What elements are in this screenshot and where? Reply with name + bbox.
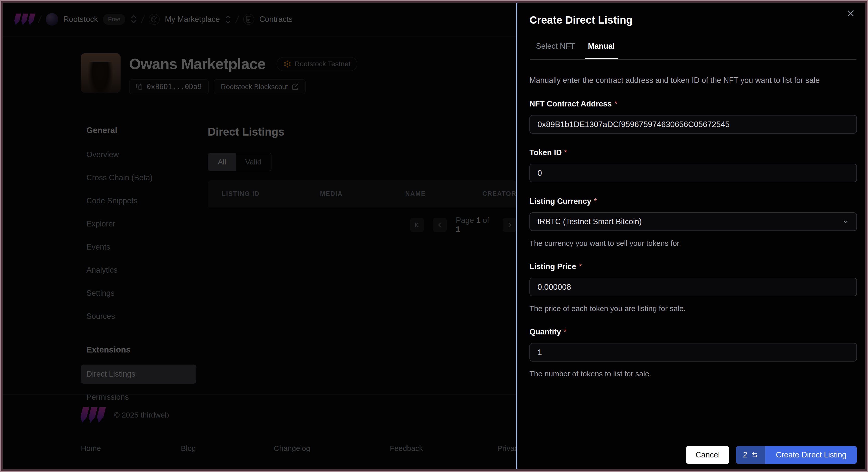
required-asterisk: *	[614, 99, 617, 108]
listing-price-label: Listing Price*	[529, 262, 857, 271]
contract-address-label: NFT Contract Address*	[529, 99, 857, 108]
network-switch-button[interactable]: 2	[736, 446, 765, 464]
listing-currency-select[interactable]: tRBTC (Testnet Smart Bitcoin)	[529, 212, 857, 231]
quantity-input[interactable]	[529, 343, 857, 361]
drawer-tabs: Select NFT Manual	[529, 42, 857, 59]
quantity-label: Quantity*	[529, 327, 857, 337]
required-asterisk: *	[579, 262, 582, 271]
listing-currency-label: Listing Currency*	[529, 197, 857, 206]
submit-button-group: 2 Create Direct Listing	[736, 446, 857, 464]
close-icon	[846, 9, 855, 18]
listing-currency-help: The currency you want to sell your token…	[529, 239, 857, 248]
listing-price-input[interactable]	[529, 278, 857, 296]
drawer-title: Create Direct Listing	[529, 14, 857, 26]
required-asterisk: *	[564, 327, 567, 336]
network-count: 2	[743, 450, 747, 460]
listing-price-help: The price of each token you are listing …	[529, 304, 857, 313]
create-direct-listing-button[interactable]: Create Direct Listing	[765, 446, 857, 464]
listing-currency-value: tRBTC (Testnet Smart Bitcoin)	[537, 217, 642, 226]
tab-manual[interactable]: Manual	[588, 42, 615, 59]
quantity-help: The number of tokens to list for sale.	[529, 370, 857, 378]
contract-address-input[interactable]	[529, 115, 857, 133]
drawer-description: Manually enter the contract address and …	[529, 76, 857, 85]
create-direct-listing-drawer: Create Direct Listing Select NFT Manual …	[516, 1, 867, 471]
switch-network-icon	[751, 451, 758, 459]
required-asterisk: *	[564, 148, 567, 157]
cancel-button[interactable]: Cancel	[686, 446, 730, 464]
chevron-down-icon	[842, 218, 849, 225]
close-drawer-button[interactable]	[846, 9, 855, 19]
drawer-actions: Cancel 2 Create Direct Listing	[529, 446, 857, 471]
tabs-divider	[530, 59, 857, 60]
tab-select-nft[interactable]: Select NFT	[536, 42, 575, 59]
required-asterisk: *	[594, 197, 597, 206]
token-id-label: Token ID*	[529, 148, 857, 157]
token-id-input[interactable]	[529, 164, 857, 182]
